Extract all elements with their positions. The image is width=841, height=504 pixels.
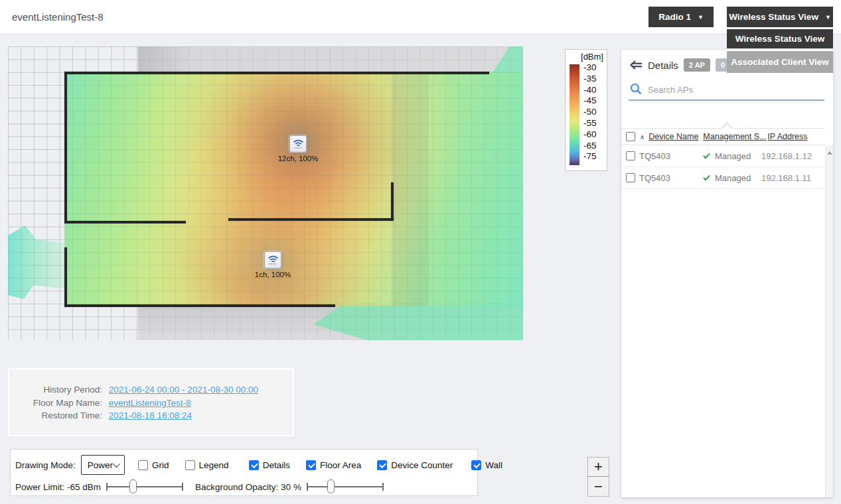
info-label: Floor Map Name: <box>11 397 102 410</box>
status-cell: Managed <box>704 151 761 161</box>
wifi-icon <box>268 255 279 265</box>
background-opacity-slider[interactable] <box>307 479 384 495</box>
zoom-out-button[interactable]: − <box>588 477 609 496</box>
ap-marker-1[interactable] <box>289 135 307 153</box>
radio-selector-label: Radio 1 <box>658 12 691 22</box>
legend-tick: -75 <box>583 151 597 162</box>
legend-title: [dBm] <box>581 52 603 62</box>
checkbox-box[interactable] <box>138 460 148 470</box>
column-management-status[interactable]: Management S... <box>703 132 767 141</box>
heatmap-spill-left <box>8 216 69 315</box>
power-limit-label: Power Limit: -65 dBm <box>15 482 101 492</box>
wall-bottom <box>64 304 335 307</box>
wall-top <box>64 72 489 74</box>
wall-middle-vertical <box>391 182 394 221</box>
checkbox-box[interactable] <box>185 460 195 470</box>
background-opacity-label: Background Opacity: 30 % <box>195 482 301 492</box>
info-row: Restored Time: 2021-08-18 16:08:24 <box>11 409 291 422</box>
row-checkbox[interactable] <box>626 151 635 160</box>
drawing-mode-select[interactable]: Power <box>81 455 125 475</box>
view-selector-label: Wireless Status View <box>729 12 818 22</box>
ip-address-cell: 192.168.1.12 <box>761 151 812 161</box>
checkbox-device-counter[interactable]: Device Counter <box>377 460 453 470</box>
search-underline <box>629 99 824 101</box>
details-panel: Details 2 AP 0 SELECT ∧ Device Name Mana… <box>621 50 833 497</box>
status-text: Managed <box>715 173 751 183</box>
collapse-arrow-icon[interactable] <box>630 60 643 70</box>
ap2-label: 1ch, 100% <box>240 271 306 279</box>
checkbox-grid[interactable]: Grid <box>138 460 169 470</box>
table-row[interactable]: TQ5403 Managed 192.168.1.12 <box>621 145 825 167</box>
managed-check-icon <box>703 173 710 180</box>
menu-item-wireless-status-view[interactable]: Wireless Status View <box>727 29 833 48</box>
wifi-icon <box>293 139 304 149</box>
radio-selector-button[interactable]: Radio 1 ▼ <box>649 7 714 27</box>
device-name-cell: TQ5403 <box>639 151 704 161</box>
wall-left-upper <box>64 72 67 223</box>
chevron-down-icon <box>113 460 120 468</box>
status-text: Managed <box>715 151 751 161</box>
checkbox-floor-area[interactable]: Floor Area <box>306 460 361 470</box>
info-row: History Period: 2021-06-24 00:00 - 2021-… <box>11 383 291 397</box>
floor-map-name-link[interactable]: eventListeningTest-8 <box>109 398 191 408</box>
view-dropdown-menu: Wireless Status View Associated Client V… <box>727 29 833 73</box>
legend-tick: -65 <box>583 141 597 152</box>
select-all-checkbox[interactable] <box>626 132 635 141</box>
checkbox-details[interactable]: Details <box>249 460 290 470</box>
legend-color-bar <box>570 64 579 165</box>
chevron-down-icon: ▼ <box>698 14 704 21</box>
panel-scrollbar[interactable] <box>825 145 833 497</box>
column-ip-address[interactable]: IP Address <box>767 132 807 141</box>
checkbox-box[interactable] <box>471 460 481 470</box>
floor-map-canvas[interactable]: 12ch, 100% 1ch, 100% <box>8 46 523 340</box>
slider-tick <box>182 483 183 491</box>
status-cell: Managed <box>704 173 761 183</box>
wall-lower-left <box>64 247 67 307</box>
column-device-name[interactable]: Device Name <box>649 132 703 141</box>
table-header: ∧ Device Name Management S... IP Address <box>621 128 825 145</box>
details-title: Details <box>648 60 678 71</box>
legend-tick: -50 <box>583 107 597 118</box>
search-icon <box>630 83 642 95</box>
toolbar-row-2: Power Limit: -65 dBm Background Opacity:… <box>15 479 475 495</box>
chevron-down-icon: ▼ <box>825 14 831 21</box>
toolbar-row-1: Drawing Mode: Power Grid Legend Details … <box>15 454 475 475</box>
checkbox-legend[interactable]: Legend <box>185 460 229 470</box>
legend-tick: -60 <box>583 129 597 141</box>
info-label: History Period: <box>11 383 102 397</box>
scroll-up-icon[interactable] <box>827 151 832 155</box>
floor-image-stripe <box>392 72 429 307</box>
power-limit-slider[interactable] <box>106 479 183 495</box>
legend-tick: -55 <box>583 118 597 129</box>
ap-marker-2[interactable] <box>264 251 281 269</box>
wall-middle-right <box>228 218 394 221</box>
checkbox-box[interactable] <box>249 460 259 470</box>
page-title: eventListeningTest-8 <box>12 0 104 34</box>
checkbox-box[interactable] <box>377 460 387 470</box>
ap-count-badge: 2 AP <box>684 58 710 72</box>
slider-thumb[interactable] <box>327 479 335 493</box>
slider-track <box>307 486 384 487</box>
slider-thumb[interactable] <box>129 479 137 493</box>
legend-labels: -30 -35 -40 -45 -50 -55 -60 -65 -75 <box>583 62 597 162</box>
history-period-link[interactable]: 2021-06-24 00:00 - 2021-08-30 00:00 <box>109 385 258 395</box>
wall-middle-left <box>64 221 186 223</box>
search-input[interactable] <box>648 82 824 97</box>
sort-ascending-icon[interactable]: ∧ <box>640 133 645 141</box>
map-toolbar: Drawing Mode: Power Grid Legend Details … <box>10 449 478 496</box>
legend-tick: -40 <box>583 85 597 96</box>
table-row[interactable]: TQ5403 Managed 192.168.1.11 <box>621 167 825 189</box>
checkbox-wall[interactable]: Wall <box>471 460 502 470</box>
menu-item-associated-client-view[interactable]: Associated Client View <box>727 51 833 73</box>
info-row: Floor Map Name: eventListeningTest-8 <box>11 397 291 410</box>
heatmap-legend: [dBm] -30 -35 -40 -45 -50 -55 -60 -65 -7… <box>565 49 607 171</box>
checkbox-box[interactable] <box>306 460 316 470</box>
device-name-cell: TQ5403 <box>639 173 704 183</box>
zoom-in-button[interactable]: + <box>588 458 609 477</box>
slider-track <box>106 486 183 487</box>
view-selector-button[interactable]: Wireless Status View ▼ <box>727 7 833 27</box>
restored-time-link[interactable]: 2021-08-18 16:08:24 <box>109 410 192 420</box>
top-bar: eventListeningTest-8 Radio 1 ▼ Wireless … <box>0 0 841 34</box>
row-checkbox[interactable] <box>626 173 635 182</box>
legend-tick: -45 <box>583 95 597 107</box>
